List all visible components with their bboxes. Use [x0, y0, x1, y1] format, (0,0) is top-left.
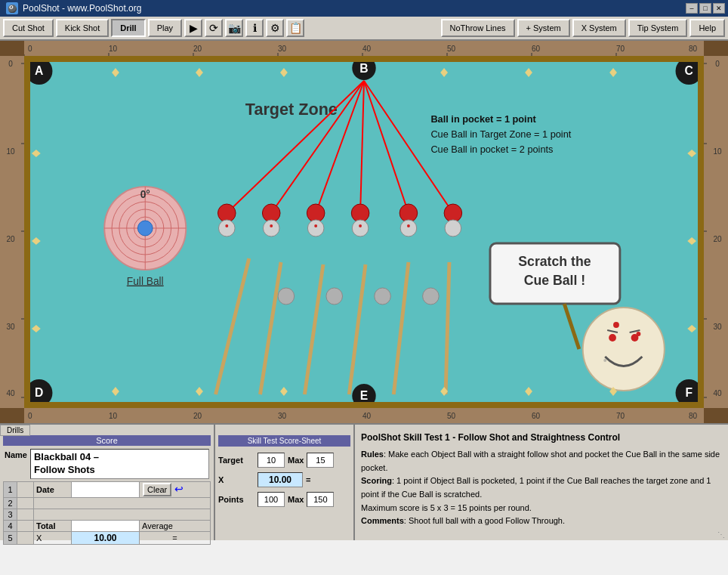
svg-point-64 [225, 224, 228, 227]
x-value: 10.00 [258, 472, 303, 487]
pool-table-felt[interactable]: A C D F B E Target Zone Ball in pocket =… [24, 56, 704, 408]
score-row-4: 4 Total Average [4, 520, 211, 531]
refresh-icon-button[interactable]: ⟳ [205, 19, 223, 37]
multiplier-value: 10.00 [72, 531, 140, 544]
svg-text:60: 60 [532, 412, 541, 420]
multiplier-label-left: X [34, 531, 72, 544]
date-input[interactable] [72, 485, 139, 494]
info-icon-button[interactable]: ℹ [245, 19, 264, 37]
row-num-4: 4 [4, 520, 17, 531]
bottom-ruler: 0 10 20 30 40 50 60 70 80 [24, 408, 704, 423]
info-title: PoolShot Skill Test 1 - Follow Shot and … [361, 431, 722, 445]
svg-point-63 [445, 220, 461, 236]
svg-text:10: 10 [713, 147, 722, 156]
title-bar: 🎱 PoolShot - www.PoolShot.org – □ ✕ [0, 0, 728, 17]
toolbar: Cut Shot Kick Shot Drill Play ▶ ⟳ 📷 ℹ ⚙ … [0, 17, 728, 41]
info-panel: PoolShot Skill Test 1 - Follow Shot and … [355, 425, 728, 540]
max-label: Max [288, 456, 304, 465]
svg-text:80: 80 [689, 412, 698, 420]
minimize-button[interactable]: – [686, 3, 698, 14]
drill-button[interactable]: Drill [111, 19, 145, 37]
svg-point-94 [583, 308, 665, 391]
max-input[interactable] [307, 453, 334, 468]
svg-text:Full Ball: Full Ball [127, 275, 164, 287]
row-num-3: 3 [4, 509, 17, 520]
svg-text:40: 40 [362, 45, 372, 53]
bottom-panel: Drills Score Name Blackball 04 –Follow S… [0, 423, 728, 540]
average-label: Average [140, 520, 211, 531]
x-label: X [218, 475, 254, 484]
resize-handle[interactable]: ⋱ [717, 530, 725, 539]
ruler-right-svg: 0 10 20 30 40 [704, 56, 728, 408]
info-rules: Rules: Make each Object Ball with a stra… [361, 448, 722, 475]
svg-text:20: 20 [193, 412, 202, 420]
svg-text:0: 0 [715, 60, 720, 68]
target-input[interactable] [258, 453, 285, 468]
points-max-input[interactable] [307, 492, 334, 507]
svg-rect-18 [0, 56, 24, 408]
ruler-left-svg: 0 10 20 30 40 [0, 56, 24, 408]
kick-shot-button[interactable]: Kick Shot [56, 19, 109, 37]
scoring-text: : 1 point if Object Ball is pocketed, 1 … [361, 476, 711, 499]
ruler-bottom-svg: 0 10 20 30 40 50 60 70 80 [24, 408, 704, 423]
svg-point-52 [218, 204, 236, 222]
points-row: Points Max [218, 492, 350, 507]
svg-text:0°: 0° [140, 188, 150, 200]
score-row-3: 3 [4, 509, 211, 520]
target-row: Target Max [218, 453, 350, 468]
svg-text:60: 60 [532, 45, 541, 53]
svg-point-101 [603, 359, 606, 362]
svg-text:20: 20 [713, 235, 722, 243]
cut-shot-button[interactable]: Cut Shot [3, 19, 54, 37]
help-button[interactable]: Help [689, 19, 725, 37]
points-input[interactable] [258, 492, 285, 507]
score-panel: Score Name Blackball 04 –Follow Shots 1 … [0, 425, 215, 540]
play-icon-button[interactable]: ▶ [184, 19, 202, 37]
svg-text:30: 30 [278, 412, 287, 420]
svg-text:E: E [360, 389, 368, 402]
target-label: Target [218, 456, 254, 465]
clipboard-icon-button[interactable]: 📋 [286, 19, 304, 37]
svg-text:40: 40 [362, 412, 372, 420]
scoring-label: Scoring [361, 476, 392, 485]
svg-point-62 [400, 220, 417, 236]
name-field: Blackball 04 –Follow Shots [30, 449, 209, 479]
total-label: Total [34, 520, 72, 531]
settings-icon-button[interactable]: ⚙ [266, 19, 284, 37]
svg-point-60 [307, 220, 324, 236]
svg-text:10: 10 [109, 45, 118, 53]
svg-point-61 [352, 220, 369, 236]
skill-header: Skill Test Score-Sheet [218, 435, 350, 447]
window-title: PoolShot - www.PoolShot.org [23, 3, 141, 14]
svg-point-100 [636, 332, 640, 336]
points-max-label: Max [288, 495, 304, 504]
no-throw-lines-button[interactable]: NoThrow Lines [441, 19, 515, 37]
svg-point-99 [613, 322, 619, 328]
name-row: Name Blackball 04 –Follow Shots [3, 448, 211, 480]
window-controls[interactable]: – □ ✕ [686, 3, 725, 14]
row-num-5: 5 [4, 531, 17, 544]
maximize-button[interactable]: □ [699, 3, 711, 14]
svg-point-68 [407, 224, 410, 227]
name-label: Name [5, 450, 27, 459]
top-ruler: 0 10 20 30 40 50 60 70 80 [24, 41, 704, 56]
clear-button[interactable]: Clear [143, 483, 171, 496]
total-input[interactable] [72, 521, 139, 530]
plus-system-button[interactable]: + System [517, 19, 570, 37]
svg-text:Cue Ball !: Cue Ball ! [524, 273, 585, 288]
svg-point-71 [375, 288, 391, 305]
play-button[interactable]: Play [148, 19, 182, 37]
table-graphics: A C D F B E Target Zone Ball in pocket =… [30, 62, 698, 402]
svg-point-58 [218, 220, 235, 236]
svg-text:50: 50 [447, 412, 456, 420]
tip-system-button[interactable]: Tip System [628, 19, 688, 37]
close-button[interactable]: ✕ [713, 3, 725, 14]
svg-text:Ball in pocket = 1 point: Ball in pocket = 1 point [430, 113, 536, 125]
svg-point-95 [609, 334, 616, 342]
score-row-1: 1 Date Clear ↩ [4, 481, 211, 497]
x-system-button[interactable]: X System [572, 19, 626, 37]
camera-icon-button[interactable]: 📷 [225, 19, 243, 37]
eq-label: = [306, 475, 310, 484]
undo-icon[interactable]: ↩ [174, 483, 184, 495]
row-num-1: 1 [4, 481, 17, 497]
